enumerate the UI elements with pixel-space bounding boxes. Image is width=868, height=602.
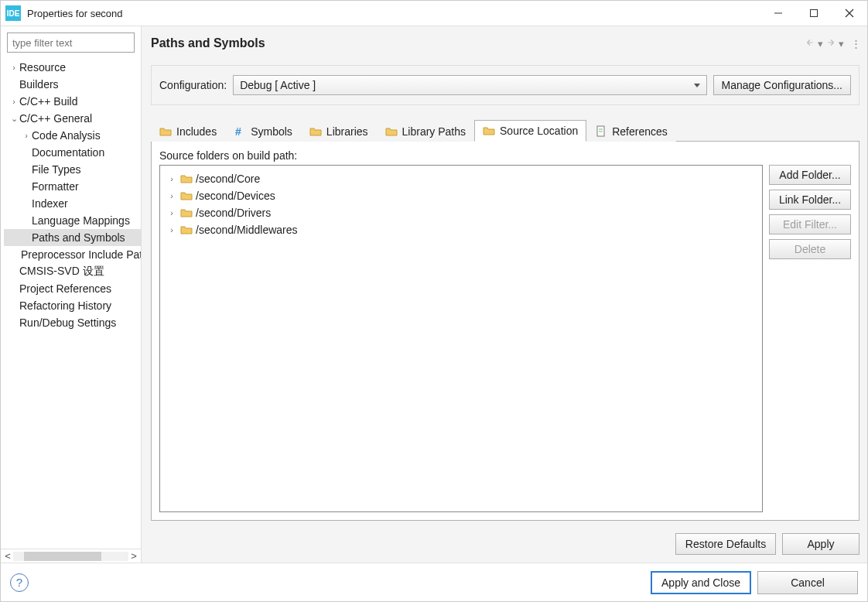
tab-label: Source Location <box>500 125 578 137</box>
filter-input[interactable] <box>7 32 135 53</box>
tree-item-label: File Types <box>32 163 81 176</box>
minimize-button[interactable] <box>760 1 796 26</box>
tree-item-label: C/C++ General <box>19 112 92 125</box>
restore-defaults-button[interactable]: Restore Defaults <box>675 533 776 555</box>
configuration-label: Configuration: <box>159 79 227 91</box>
configuration-panel: Configuration: Debug [ Active ] Manage C… <box>151 65 859 105</box>
folder-icon <box>180 173 193 184</box>
tree-item-label: Indexer <box>32 197 68 210</box>
tree-item-label: Project References <box>19 282 111 295</box>
svg-text:#: # <box>235 125 241 138</box>
nav-back-icon[interactable] <box>805 37 815 50</box>
nav-fwd-icon[interactable] <box>825 37 836 50</box>
source-folder-row[interactable]: ›/second/Core <box>163 170 759 187</box>
sidebar-scrollbar[interactable]: < > <box>1 549 141 563</box>
tree-item[interactable]: Documentation <box>4 144 141 161</box>
tree-item[interactable]: Formatter <box>4 178 141 195</box>
apply-button[interactable]: Apply <box>782 533 859 555</box>
tree-item-label: Code Analysis <box>32 129 101 142</box>
libraries-icon <box>309 125 322 138</box>
source-folders-list[interactable]: ›/second/Core›/second/Devices›/second/Dr… <box>159 165 763 512</box>
manage-configurations-button[interactable]: Manage Configurations... <box>713 75 851 95</box>
chevron-right-icon[interactable]: › <box>166 225 177 234</box>
tree-item[interactable]: Paths and Symbols <box>4 229 141 246</box>
tab-libraries[interactable]: Libraries <box>301 120 377 142</box>
tree-item[interactable]: File Types <box>4 161 141 178</box>
help-icon[interactable]: ? <box>10 573 29 592</box>
tree-item[interactable]: Language Mappings <box>4 212 141 229</box>
source-folder-path: /second/Core <box>196 173 260 185</box>
chevron-down-icon[interactable]: ⌄ <box>9 114 19 124</box>
tree-item[interactable]: ›Resource <box>4 59 141 76</box>
tab-references[interactable]: References <box>586 120 676 142</box>
tab-label: Includes <box>176 125 217 138</box>
folder-icon <box>180 207 193 218</box>
configuration-combo[interactable]: Debug [ Active ] <box>233 75 706 95</box>
chevron-right-icon[interactable]: › <box>166 208 177 217</box>
source-folder-row[interactable]: ›/second/Middlewares <box>163 221 759 238</box>
close-button[interactable] <box>832 1 867 26</box>
tree-item[interactable]: ›Code Analysis <box>4 127 141 144</box>
tree-item-label: Formatter <box>32 180 79 193</box>
tab-label: Library Paths <box>402 125 466 138</box>
tabs-bar: Includes#SymbolsLibrariesLibrary PathsSo… <box>151 119 859 141</box>
tab-library-paths[interactable]: Library Paths <box>377 120 474 142</box>
tree-item-label: Preprocessor Include Paths <box>21 248 141 261</box>
tree-item-label: Run/Debug Settings <box>19 316 116 329</box>
apply-and-close-button[interactable]: Apply and Close <box>651 571 751 594</box>
source-folder-path: /second/Devices <box>196 190 275 202</box>
folder-icon <box>180 190 193 201</box>
tree-item[interactable]: CMSIS-SVD 设置 <box>4 263 141 280</box>
view-menu-icon[interactable]: ⋮ <box>851 38 859 50</box>
tab-label: Symbols <box>251 125 292 138</box>
tree-item-label: C/C++ Build <box>19 95 77 108</box>
folder-icon <box>180 224 193 235</box>
tree-item[interactable]: Builders <box>4 76 141 93</box>
edit-filter-button[interactable]: Edit Filter... <box>769 214 851 234</box>
tree-item[interactable]: ›C/C++ Build <box>4 93 141 110</box>
tab-label: References <box>612 125 668 138</box>
tab-label: Libraries <box>326 125 368 138</box>
source-folder-row[interactable]: ›/second/Drivers <box>163 204 759 221</box>
tree-item-label: CMSIS-SVD 设置 <box>19 265 104 279</box>
link-folder-button[interactable]: Link Folder... <box>769 190 851 210</box>
maximize-button[interactable] <box>796 1 832 26</box>
tree-item[interactable]: ⌄C/C++ General <box>4 110 141 127</box>
doc-icon <box>595 125 607 138</box>
chevron-right-icon[interactable]: › <box>9 63 19 72</box>
tree-item[interactable]: Indexer <box>4 195 141 212</box>
tree-item-label: Builders <box>19 78 59 91</box>
tab-includes[interactable]: Includes <box>151 120 225 142</box>
tree-item-label: Language Mappings <box>32 214 130 227</box>
tree-item[interactable]: Preprocessor Include Paths <box>4 246 141 263</box>
chevron-right-icon[interactable]: › <box>166 191 177 200</box>
chevron-right-icon[interactable]: › <box>21 131 32 140</box>
svg-rect-1 <box>811 10 818 17</box>
cancel-button[interactable]: Cancel <box>757 571 858 594</box>
tree-item[interactable]: Run/Debug Settings <box>4 314 141 331</box>
window-title: Properties for second <box>27 8 123 19</box>
nav-fwd-menu-icon[interactable]: ▾ <box>839 38 844 50</box>
chevron-right-icon[interactable]: › <box>166 174 177 183</box>
add-folder-button[interactable]: Add Folder... <box>769 165 851 185</box>
delete-button[interactable]: Delete <box>769 239 851 259</box>
tree-item-label: Refactoring History <box>19 299 111 312</box>
tree-item-label: Resource <box>19 61 66 74</box>
source-folder-row[interactable]: ›/second/Devices <box>163 187 759 204</box>
folder-icon <box>385 125 398 138</box>
tree-item[interactable]: Project References <box>4 280 141 297</box>
app-icon: IDE <box>5 5 21 21</box>
source-folder-path: /second/Drivers <box>196 207 271 219</box>
tab-source-location[interactable]: Source Location <box>474 120 586 142</box>
source-folder-path: /second/Middlewares <box>196 224 298 236</box>
includes-icon <box>159 125 172 138</box>
folder-src-icon <box>483 125 495 137</box>
chevron-right-icon[interactable]: › <box>9 97 19 106</box>
category-tree[interactable]: ›ResourceBuilders›C/C++ Build⌄C/C++ Gene… <box>1 59 141 549</box>
nav-back-menu-icon[interactable]: ▾ <box>818 38 823 50</box>
tree-item-label: Paths and Symbols <box>32 231 125 244</box>
tree-item-label: Documentation <box>32 146 104 159</box>
page-title: Paths and Symbols <box>151 36 265 50</box>
tab-symbols[interactable]: #Symbols <box>225 120 301 142</box>
tree-item[interactable]: Refactoring History <box>4 297 141 314</box>
